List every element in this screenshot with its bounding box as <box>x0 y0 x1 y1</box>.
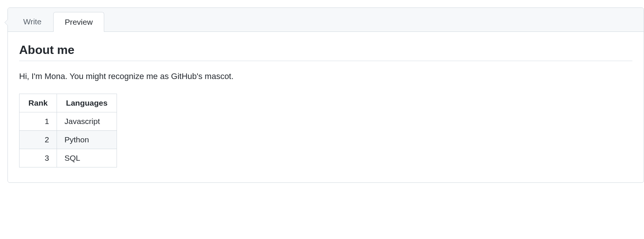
table-header-rank: Rank <box>19 94 57 112</box>
preview-content: About me Hi, I'm Mona. You might recogni… <box>8 32 644 182</box>
rank-cell: 2 <box>19 131 57 149</box>
comment-arrow-pointer <box>4 19 8 26</box>
language-cell: Javascript <box>57 112 117 131</box>
language-cell: Python <box>57 131 117 149</box>
rank-cell: 1 <box>19 112 57 131</box>
table-row: 3 SQL <box>19 149 117 167</box>
languages-table: Rank Languages 1 Javascript 2 Python 3 S… <box>19 94 117 167</box>
table-row: 1 Javascript <box>19 112 117 131</box>
intro-paragraph: Hi, I'm Mona. You might recognize me as … <box>19 70 632 82</box>
rank-cell: 3 <box>19 149 57 167</box>
table-header-languages: Languages <box>57 94 117 112</box>
tab-preview[interactable]: Preview <box>53 12 105 32</box>
tab-header: Write Preview <box>8 8 644 32</box>
table-row: 2 Python <box>19 131 117 149</box>
markdown-editor-box: Write Preview About me Hi, I'm Mona. You… <box>7 7 644 183</box>
page-heading: About me <box>19 43 632 61</box>
language-cell: SQL <box>57 149 117 167</box>
tab-write[interactable]: Write <box>12 12 53 31</box>
table-header-row: Rank Languages <box>19 94 117 112</box>
